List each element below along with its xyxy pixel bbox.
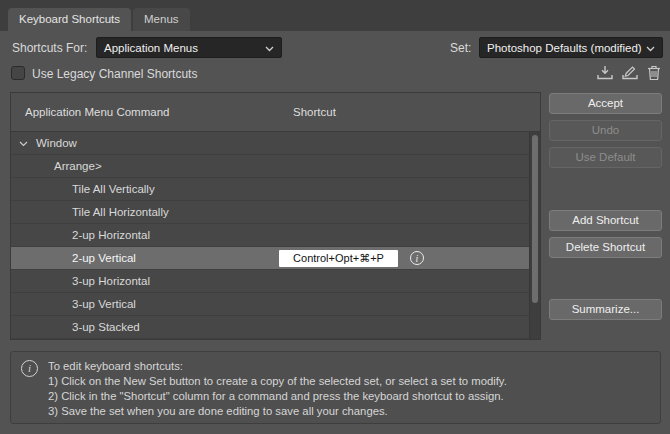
new-set-icon[interactable] [620, 64, 640, 82]
table-row-tile-all-horizontally[interactable]: Tile All Horizontally [11, 201, 529, 224]
table-row-3up-stacked[interactable]: 3-up Stacked [11, 316, 529, 339]
info-icon: i [21, 360, 38, 377]
tab-menus[interactable]: Menus [133, 8, 190, 31]
shortcut-list: Window Arrange> Tile All Vertically Tile… [11, 132, 529, 339]
column-header-command: Application Menu Command [25, 106, 169, 118]
help-text: To edit keyboard shortcuts: 1) Click on … [48, 359, 507, 416]
keyboard-shortcuts-dialog: Keyboard Shortcuts Menus Shortcuts For: … [0, 0, 670, 434]
set-select[interactable]: Photoshop Defaults (modified) [479, 37, 663, 58]
help-step-2: 2) Click in the "Shortcut" column for a … [48, 389, 507, 404]
undo-button: Undo [549, 120, 662, 141]
tab-bar: Keyboard Shortcuts Menus [0, 0, 670, 31]
row-label: 3-up Stacked [72, 321, 140, 333]
column-header-shortcut: Shortcut [293, 106, 336, 118]
shortcuts-for-select[interactable]: Application Menus [96, 37, 282, 58]
row-label: Window [36, 137, 77, 149]
table-row-tile-all-vertically[interactable]: Tile All Vertically [11, 178, 529, 201]
row-label: Arrange> [54, 160, 102, 172]
row-label: Tile All Vertically [72, 183, 155, 195]
table-scrollbar[interactable] [529, 132, 540, 339]
accept-button[interactable]: Accept [549, 93, 662, 114]
table-row-2up-horizontal[interactable]: 2-up Horizontal [11, 224, 529, 247]
shortcuts-for-label: Shortcuts For: [12, 41, 87, 55]
row-label: 3-up Vertical [72, 298, 136, 310]
set-value: Photoshop Defaults (modified) [487, 42, 642, 54]
delete-set-icon[interactable] [644, 64, 664, 82]
save-set-icon[interactable] [595, 64, 615, 82]
scrollbar-thumb[interactable] [532, 135, 538, 303]
set-label: Set: [450, 41, 471, 55]
chevron-down-icon[interactable] [19, 132, 28, 155]
help-title: To edit keyboard shortcuts: [48, 359, 507, 374]
legacy-shortcuts-checkbox[interactable] [11, 66, 25, 80]
help-step-1: 1) Click on the New Set button to create… [48, 374, 507, 389]
row-label: 3-up Horizontal [72, 275, 150, 287]
table-header: Application Menu Command Shortcut [11, 93, 540, 132]
table-row-2up-vertical[interactable]: 2-up Vertical Control+Opt+⌘+P i [11, 247, 529, 270]
delete-shortcut-button[interactable]: Delete Shortcut [549, 237, 662, 258]
table-row-3up-horizontal[interactable]: 3-up Horizontal [11, 270, 529, 293]
row-label: 2-up Horizontal [72, 229, 150, 241]
chevron-down-icon [265, 42, 274, 54]
shortcut-input[interactable]: Control+Opt+⌘+P [279, 250, 398, 267]
chevron-down-icon [646, 42, 655, 54]
row-label: 2-up Vertical [72, 252, 136, 264]
help-panel: i To edit keyboard shortcuts: 1) Click o… [10, 351, 661, 424]
table-row-window[interactable]: Window [11, 132, 529, 155]
add-shortcut-button[interactable]: Add Shortcut [549, 210, 662, 231]
info-icon: i [410, 251, 424, 265]
shortcuts-table: Application Menu Command Shortcut Window… [10, 92, 541, 340]
use-default-button: Use Default [549, 147, 662, 168]
shortcuts-for-value: Application Menus [104, 42, 198, 54]
help-step-3: 3) Save the set when you are done editin… [48, 404, 507, 419]
table-row-arrange[interactable]: Arrange> [11, 155, 529, 178]
summarize-button[interactable]: Summarize... [549, 299, 662, 320]
table-row-3up-vertical[interactable]: 3-up Vertical [11, 293, 529, 316]
row-label: Tile All Horizontally [72, 206, 169, 218]
tab-keyboard-shortcuts[interactable]: Keyboard Shortcuts [8, 8, 131, 31]
legacy-shortcuts-label: Use Legacy Channel Shortcuts [32, 67, 197, 81]
